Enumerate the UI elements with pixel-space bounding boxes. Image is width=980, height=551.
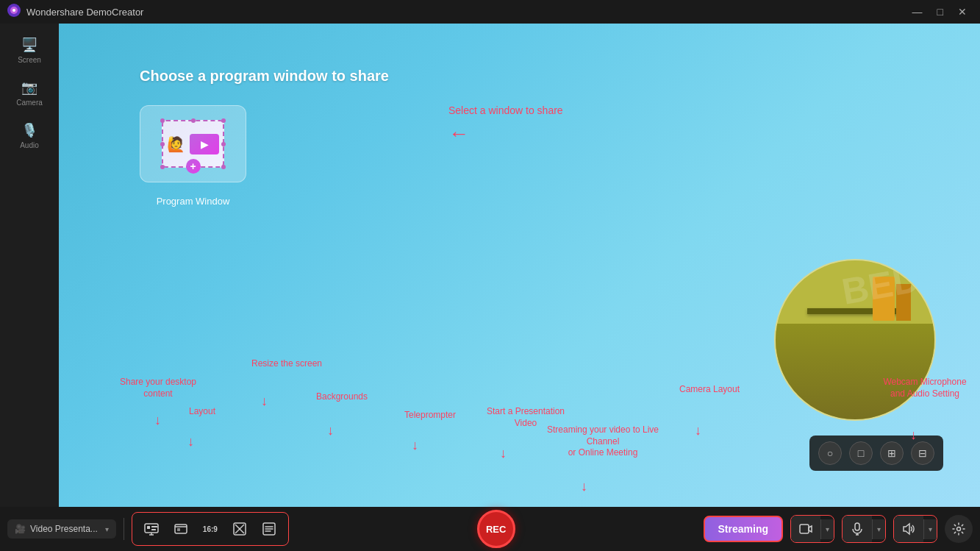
handle-ml bbox=[160, 142, 165, 146]
streaming-button[interactable]: Streaming bbox=[704, 516, 783, 542]
person-icon: 🙋 bbox=[167, 135, 185, 153]
handle-tl bbox=[160, 118, 165, 123]
no-go-button[interactable] bbox=[226, 516, 253, 542]
handle-tr bbox=[221, 118, 226, 123]
camera-dropdown-button[interactable]: ▾ bbox=[820, 519, 834, 539]
ratio-button[interactable]: 16:9 bbox=[197, 516, 223, 542]
handle-tm bbox=[191, 118, 196, 123]
sidebar-label-screen: Screen bbox=[18, 56, 41, 64]
app-title: Wondershare DemoCreator bbox=[26, 7, 906, 18]
svg-point-2 bbox=[12, 9, 15, 12]
svg-point-12 bbox=[957, 527, 961, 531]
audio-icon-sidebar: 🎙️ bbox=[21, 122, 37, 138]
minimize-button[interactable]: — bbox=[906, 4, 929, 19]
sidebar: 🖥️ Screen 📷 Camera 🎙️ Audio bbox=[0, 24, 59, 507]
notes-button[interactable] bbox=[256, 516, 282, 542]
cam-ctrl-circle[interactable]: ○ bbox=[818, 441, 842, 465]
rec-label: REC bbox=[486, 524, 506, 535]
svg-rect-8 bbox=[177, 528, 180, 531]
program-window-label: Program Window bbox=[140, 196, 246, 207]
annotation-layout: Layout ↓ bbox=[173, 406, 232, 418]
window-capture-button[interactable] bbox=[168, 516, 194, 542]
rec-button[interactable]: REC bbox=[477, 510, 515, 548]
video-preset-label: Video Presenta... bbox=[30, 524, 98, 534]
svg-rect-3 bbox=[145, 524, 158, 533]
toolbar-btn-group: 16:9 bbox=[132, 512, 289, 546]
arrow-resize: ↓ bbox=[261, 393, 268, 410]
card-content: 🙋 ▶ bbox=[167, 134, 219, 154]
handle-mr bbox=[221, 142, 226, 146]
arrow-teleprompter: ↓ bbox=[412, 437, 418, 454]
sidebar-label-camera: Camera bbox=[16, 99, 43, 107]
program-window-card-container: 🙋 ▶ + Program Window bbox=[140, 105, 246, 207]
program-window-card[interactable]: 🙋 ▶ + bbox=[140, 105, 246, 182]
card-inner: 🙋 ▶ + bbox=[162, 120, 224, 168]
window-controls: — □ ✕ bbox=[906, 4, 973, 19]
video-play-icon: ▶ bbox=[190, 134, 219, 154]
arrow-presentation: ↓ bbox=[500, 445, 507, 462]
video-icon: 🎥 bbox=[15, 524, 26, 534]
main-content: Choose a program window to share 🙋 ▶ bbox=[59, 24, 980, 507]
share-desktop-button[interactable] bbox=[138, 516, 165, 542]
camera-icon-sidebar: 📷 bbox=[21, 79, 37, 96]
camera-wall bbox=[776, 324, 934, 419]
annotation-teleprompter: Teleprompter ↓ bbox=[397, 410, 463, 422]
select-tooltip-area: Select a window to share ← bbox=[448, 104, 563, 146]
cam-ctrl-group[interactable]: ⊞ bbox=[880, 441, 904, 465]
select-arrow: ← bbox=[448, 122, 563, 146]
svg-rect-4 bbox=[147, 526, 150, 529]
volume-dropdown-button[interactable]: ▾ bbox=[923, 519, 937, 539]
arrow-layout: ↓ bbox=[187, 433, 194, 450]
select-tooltip-text: Select a window to share bbox=[448, 104, 563, 116]
handle-bl bbox=[160, 165, 165, 169]
arrow-camera-layout: ↓ bbox=[695, 422, 701, 439]
arrow-streaming: ↓ bbox=[581, 478, 587, 495]
sidebar-label-audio: Audio bbox=[20, 141, 39, 149]
annotation-resize: Resize the screen ↓ bbox=[246, 358, 327, 370]
volume-ctrl-group: ▾ bbox=[893, 515, 937, 543]
sidebar-item-screen[interactable]: 🖥️ Screen bbox=[4, 31, 55, 70]
arrow-webcam: ↓ bbox=[910, 427, 917, 444]
maximize-button[interactable]: □ bbox=[931, 4, 949, 19]
settings-button[interactable] bbox=[945, 515, 973, 543]
camera-toggle-button[interactable] bbox=[791, 516, 820, 542]
svg-rect-5 bbox=[151, 526, 157, 527]
annotation-backgrounds: Backgrounds ↓ bbox=[312, 391, 371, 403]
mic-toggle-button[interactable] bbox=[843, 516, 872, 542]
arrow-backgrounds: ↓ bbox=[327, 422, 334, 439]
annotation-share-desktop: Share your desktop content ↓ bbox=[110, 377, 206, 399]
toolbar-separator-1 bbox=[124, 518, 124, 540]
sidebar-item-camera[interactable]: 📷 Camera bbox=[4, 74, 55, 113]
choose-title: Choose a program window to share bbox=[140, 68, 389, 85]
close-button[interactable]: ✕ bbox=[952, 4, 973, 19]
video-preset-dropdown[interactable]: 🎥 Video Presenta... ▾ bbox=[7, 519, 116, 538]
handle-br bbox=[221, 165, 226, 169]
cam-ctrl-picture[interactable]: ⊟ bbox=[911, 441, 934, 465]
annotation-streaming: Streaming your video to Live Channel or … bbox=[537, 424, 669, 459]
mic-ctrl-group: ▾ bbox=[842, 515, 886, 543]
mic-dropdown-button[interactable]: ▾ bbox=[872, 519, 885, 539]
annotation-webcam: Webcam Microphone and Audio Setting ↓ bbox=[873, 377, 976, 399]
cam-ctrl-square[interactable]: □ bbox=[849, 441, 873, 465]
card-plus-icon: + bbox=[186, 159, 201, 174]
dropdown-chevron: ▾ bbox=[105, 525, 109, 533]
app-logo bbox=[7, 4, 21, 20]
arrow-share-desktop: ↓ bbox=[154, 412, 161, 429]
svg-rect-6 bbox=[151, 529, 156, 530]
svg-rect-11 bbox=[855, 523, 859, 530]
sidebar-item-audio[interactable]: 🎙️ Audio bbox=[4, 116, 55, 155]
bottom-toolbar: 🎥 Video Presenta... ▾ 16:9 bbox=[0, 507, 980, 551]
annotation-camera-layout: Camera Layout ↓ bbox=[676, 384, 743, 396]
screen-icon: 🖥️ bbox=[21, 37, 37, 53]
camera-controls-panel: ○ □ ⊞ ⊟ bbox=[809, 436, 943, 471]
volume-toggle-button[interactable] bbox=[894, 516, 923, 542]
titlebar: Wondershare DemoCreator — □ ✕ bbox=[0, 0, 980, 24]
svg-rect-7 bbox=[175, 525, 187, 533]
choose-title-area: Choose a program window to share 🙋 ▶ bbox=[140, 68, 389, 207]
camera-ctrl-group: ▾ bbox=[790, 515, 834, 543]
